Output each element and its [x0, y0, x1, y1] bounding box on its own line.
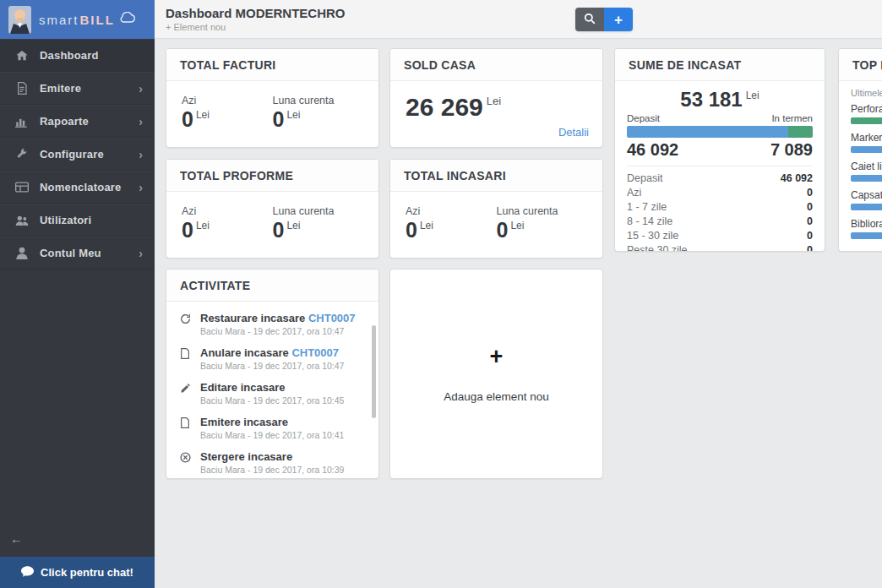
add-element-label: Adauga element nou: [444, 390, 549, 403]
bar-segment-depasit: [627, 126, 788, 138]
search-icon: [584, 13, 596, 27]
stat-value: 0Lei: [497, 220, 588, 241]
sidebar-collapse-arrow-icon[interactable]: ←: [10, 531, 23, 546]
card-body: Azi 0Lei Luna curenta 0Lei: [166, 81, 378, 130]
list-item: Restaurare incasare CHT0007 Baciu Mara -…: [180, 312, 367, 336]
currency-label: Lei: [420, 220, 433, 231]
chevron-right-icon: ›: [139, 115, 143, 128]
sidebar-item-label: Configurare: [40, 148, 139, 161]
plus-icon: +: [490, 346, 504, 368]
card-total-incasari: TOTAL INCASARI Azi 0Lei Luna curenta 0Le…: [389, 159, 603, 259]
card-sume-de-incasat: SUME DE INCASAT 53 181Lei Depasit In ter…: [614, 48, 825, 252]
stat-label: Azi: [182, 95, 273, 106]
currency-label: Lei: [487, 95, 501, 107]
page-header: Dashboard MODERNTECHRO + Element nou +: [155, 0, 882, 39]
plus-icon: +: [614, 13, 623, 27]
stat-luna: Luna curenta 0Lei: [497, 205, 588, 241]
sidebar-item-dashboard[interactable]: Dashboard: [0, 39, 155, 72]
list-item: Editare incasare Baciu Mara - 19 dec 201…: [180, 381, 367, 406]
list-item: Capsator: [851, 189, 882, 210]
card-total-proforme: TOTAL PROFORME Azi 0Lei Luna curenta 0Le…: [166, 159, 379, 259]
card-title: TOP PRODUSE: [852, 58, 882, 72]
scrollbar[interactable]: [372, 325, 376, 418]
brand-bill: BILL: [80, 13, 115, 27]
stat-label: Luna curenta: [273, 205, 364, 217]
stat-azi: Azi 0Lei: [182, 205, 273, 241]
sidebar-item-utilizatori[interactable]: Utilizatori: [0, 204, 155, 237]
file-icon: [180, 416, 193, 440]
logo[interactable]: smart BILL: [0, 0, 155, 39]
list-item: Azi0: [627, 186, 813, 200]
sold-casa-value: 26 269Lei: [390, 81, 602, 122]
card-adauga-element-nou[interactable]: + Adauga element nou: [389, 269, 603, 479]
card-sold-casa: SOLD CASA 26 269Lei Detalii: [389, 48, 603, 148]
card-header: ACTIVITATE: [166, 270, 378, 302]
list-item: Caiet liniat: [851, 161, 882, 182]
card-title: ACTIVITATE: [180, 279, 250, 292]
list-item: 1 - 7 zile0: [627, 200, 813, 215]
detalii-link[interactable]: Detalii: [558, 126, 589, 139]
chat-label: Click pentru chat!: [41, 566, 133, 579]
sidebar-item-nomenclatoare[interactable]: Nomenclatoare ›: [0, 171, 155, 204]
pencil-icon: [180, 382, 193, 406]
cloud-icon: [119, 12, 136, 27]
stat-value: 0Lei: [273, 220, 364, 241]
card-body: Azi 0Lei Luna curenta 0Lei: [390, 192, 602, 241]
brand: smart BILL: [39, 12, 136, 27]
product-bar: [851, 146, 882, 153]
sidebar-item-label: Nomenclatoare: [40, 181, 139, 193]
document-link[interactable]: CHT0007: [308, 312, 356, 324]
activity-list: Restaurare incasare CHT0007 Baciu Mara -…: [166, 302, 378, 476]
sidebar-item-configurare[interactable]: Configurare ›: [0, 138, 155, 171]
app-root: smart BILL Dashboard Emitere › Rapoarte …: [0, 0, 882, 588]
card-title: TOTAL PROFORME: [180, 169, 293, 182]
card-header: SOLD CASA: [390, 49, 602, 81]
list-item: Peste 30 zile0: [627, 243, 813, 252]
sidebar-item-label: Dashboard: [40, 49, 143, 62]
card-header: TOTAL PROFORME: [166, 160, 378, 192]
product-bar: [851, 232, 882, 239]
chat-button[interactable]: Click pentru chat!: [0, 557, 155, 588]
document-link[interactable]: CHT0007: [291, 346, 339, 359]
sidebar: smart BILL Dashboard Emitere › Rapoarte …: [0, 0, 155, 588]
sidebar-item-contul-meu[interactable]: Contul Meu ›: [0, 237, 155, 270]
sume-progress-bar: [627, 126, 813, 138]
bar-segment-in-termen: [788, 126, 813, 138]
activity-title: Restaurare incasare CHT0007: [200, 312, 356, 324]
brand-smart: smart: [39, 13, 79, 27]
list-item: Biblioraft: [851, 218, 882, 239]
card-header: TOTAL FACTURI: [166, 49, 378, 81]
bar-chart-icon: [14, 114, 29, 128]
activity-title: Stergere incasare: [200, 450, 344, 463]
currency-label: Lei: [746, 90, 760, 101]
page-title: Dashboard MODERNTECHRO: [166, 6, 882, 20]
activity-title: Emitere incasare: [200, 416, 344, 428]
sidebar-item-rapoarte[interactable]: Rapoarte ›: [0, 105, 155, 138]
stat-value: 0Lei: [182, 220, 273, 241]
restore-icon: [180, 313, 193, 336]
currency-label: Lei: [286, 220, 300, 231]
list-item: 15 - 30 zile0: [627, 229, 813, 243]
add-button[interactable]: +: [604, 8, 633, 31]
currency-label: Lei: [196, 220, 210, 231]
card-title: TOTAL FACTURI: [180, 58, 276, 72]
in-termen-value: 7 089: [770, 140, 813, 160]
card-total-facturi: TOTAL FACTURI Azi 0Lei Luna curenta 0Lei: [166, 48, 379, 148]
sidebar-item-label: Contul Meu: [40, 247, 139, 259]
card-body: + Adauga element nou: [390, 270, 602, 478]
card-body: Ultimele 30 zile Perforator Marker perma…: [839, 81, 882, 239]
stat-label: Luna curenta: [273, 95, 364, 106]
activity-meta: Baciu Mara - 19 dec 2017, ora 10:39: [200, 465, 344, 475]
chevron-right-icon: ›: [139, 148, 143, 161]
top-produse-subtitle: Ultimele 30 zile: [851, 88, 882, 98]
sidebar-item-emitere[interactable]: Emitere ›: [0, 72, 155, 105]
search-button[interactable]: [575, 8, 604, 31]
list-item: Emitere incasare Baciu Mara - 19 dec 201…: [180, 416, 367, 440]
user-icon: [14, 246, 29, 260]
list-item: Anulare incasare CHT0007 Baciu Mara - 19…: [180, 346, 367, 371]
card-title: SUME DE INCASAT: [629, 58, 741, 72]
element-nou-link[interactable]: + Element nou: [166, 22, 882, 32]
users-icon: [14, 213, 29, 227]
delete-circle-icon: [180, 451, 193, 475]
stat-azi: Azi 0Lei: [406, 205, 497, 241]
